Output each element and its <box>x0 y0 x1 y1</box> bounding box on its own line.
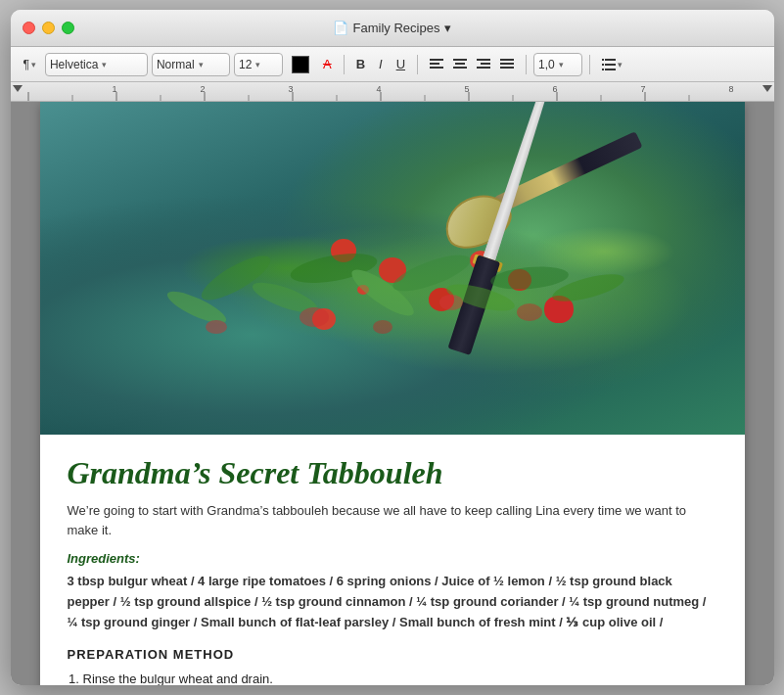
align-justify-icon <box>500 59 514 70</box>
line-spacing-select[interactable]: 1,0 ▾ <box>533 53 582 76</box>
svg-rect-2 <box>430 67 443 69</box>
align-center-icon <box>453 59 467 70</box>
toolbar: ¶ ▾ Helvetica ▾ Normal ▾ 12 ▾ A B <box>11 47 774 82</box>
font-style-chevron: ▾ <box>199 60 204 70</box>
document-page: Grandma’s Secret Tabbouleh We’re going t… <box>40 102 745 685</box>
divider-1 <box>344 55 345 74</box>
align-center-button[interactable] <box>448 52 472 77</box>
alignment-group <box>425 52 519 77</box>
ingredients-text: 3 tbsp bulgur wheat / 4 large ripe tomat… <box>68 572 717 632</box>
svg-rect-8 <box>477 67 490 69</box>
svg-point-48 <box>489 264 570 293</box>
ruler: 1 2 3 4 5 6 7 8 <box>11 82 774 102</box>
page-content: Grandma’s Secret Tabbouleh We’re going t… <box>40 435 745 685</box>
italic-label: I <box>379 57 383 71</box>
maximize-button[interactable] <box>62 22 74 34</box>
ingredients-label: Ingredients: <box>68 551 717 566</box>
preparation-steps: Rinse the bulgur wheat and drain. <box>68 670 717 685</box>
titlebar: 📄 Family Recipes ▾ <box>11 10 774 47</box>
underline-button[interactable]: U <box>392 52 410 77</box>
line-spacing-label: 1,0 <box>538 58 555 71</box>
minimize-button[interactable] <box>42 22 55 34</box>
svg-rect-4 <box>455 63 465 65</box>
recipe-intro: We’re going to start with Grandma’s tabb… <box>68 501 717 539</box>
color-swatch <box>292 56 309 73</box>
font-style-select[interactable]: Normal ▾ <box>152 53 230 76</box>
bold-button[interactable]: B <box>351 52 370 77</box>
svg-point-51 <box>300 307 329 327</box>
svg-rect-0 <box>430 59 443 61</box>
divider-2 <box>417 55 418 74</box>
svg-text:5: 5 <box>464 84 469 94</box>
list-button[interactable]: ▾ <box>597 52 627 77</box>
svg-point-53 <box>373 320 392 334</box>
spacing-chevron: ▾ <box>559 60 564 70</box>
recipe-title: Grandma’s Secret Tabbouleh <box>68 454 717 491</box>
svg-rect-9 <box>500 59 514 61</box>
svg-text:8: 8 <box>728 84 733 94</box>
ruler-left-indent[interactable] <box>13 85 23 92</box>
svg-rect-7 <box>481 63 490 65</box>
preparation-title: PREPARATION Method <box>68 647 717 662</box>
document-icon: 📄 <box>333 21 348 35</box>
align-right-icon <box>477 59 490 70</box>
svg-rect-14 <box>605 69 616 70</box>
svg-point-52 <box>439 295 463 310</box>
svg-point-55 <box>206 320 227 334</box>
ruler-right-indent[interactable] <box>762 85 772 92</box>
italic-button[interactable]: I <box>374 52 388 77</box>
app-window: 📄 Family Recipes ▾ ¶ ▾ Helvetica ▾ Norma… <box>11 10 774 685</box>
svg-rect-3 <box>453 59 467 61</box>
paragraph-icon: ¶ <box>23 58 29 71</box>
titlebar-center: 📄 Family Recipes ▾ <box>333 21 452 35</box>
strikethrough-button[interactable]: A <box>318 52 337 77</box>
svg-text:7: 7 <box>640 84 645 94</box>
content-area[interactable]: Grandma’s Secret Tabbouleh We’re going t… <box>11 102 774 685</box>
close-button[interactable] <box>23 22 35 34</box>
font-size-label: 12 <box>239 58 252 71</box>
font-name-chevron: ▾ <box>102 60 107 70</box>
paragraph-button[interactable]: ¶ ▾ <box>19 52 41 77</box>
font-size-select[interactable]: 12 ▾ <box>234 53 283 76</box>
svg-rect-5 <box>453 67 467 69</box>
text-color-button[interactable] <box>287 52 314 77</box>
ruler-svg: 1 2 3 4 5 6 7 8 <box>11 82 774 101</box>
svg-text:4: 4 <box>376 84 381 94</box>
divider-3 <box>526 55 527 74</box>
recipe-image <box>40 102 745 435</box>
window-title[interactable]: Family Recipes <box>353 21 440 35</box>
svg-text:1: 1 <box>112 84 116 94</box>
greens-svg <box>40 102 745 435</box>
svg-rect-15 <box>602 59 604 61</box>
font-size-chevron: ▾ <box>255 60 260 70</box>
svg-point-42 <box>196 249 275 308</box>
title-dropdown-arrow[interactable]: ▾ <box>444 21 451 35</box>
list-icon <box>602 59 616 70</box>
font-name-select[interactable]: Helvetica ▾ <box>45 53 148 76</box>
bold-label: B <box>356 57 365 71</box>
align-right-button[interactable] <box>472 52 495 77</box>
underline-label: U <box>396 57 405 71</box>
paragraph-chevron: ▾ <box>31 60 36 70</box>
font-style-label: Normal <box>157 58 195 71</box>
preparation-step-1: Rinse the bulgur wheat and drain. <box>83 670 717 685</box>
svg-rect-16 <box>602 64 604 66</box>
align-left-icon <box>430 59 443 70</box>
svg-rect-17 <box>602 69 604 70</box>
list-chevron: ▾ <box>618 60 623 70</box>
svg-rect-10 <box>500 63 514 65</box>
svg-rect-11 <box>500 67 514 69</box>
svg-point-54 <box>517 303 542 321</box>
svg-text:6: 6 <box>552 84 557 94</box>
strikethrough-icon: A <box>323 57 332 71</box>
divider-4 <box>589 55 590 74</box>
align-left-button[interactable] <box>425 52 448 77</box>
svg-rect-1 <box>430 63 439 65</box>
svg-rect-13 <box>605 64 616 66</box>
svg-rect-12 <box>605 59 616 61</box>
align-justify-button[interactable] <box>495 52 519 77</box>
window-controls <box>23 22 74 34</box>
svg-text:2: 2 <box>200 84 205 94</box>
font-name-label: Helvetica <box>50 58 98 71</box>
svg-rect-6 <box>477 59 490 61</box>
